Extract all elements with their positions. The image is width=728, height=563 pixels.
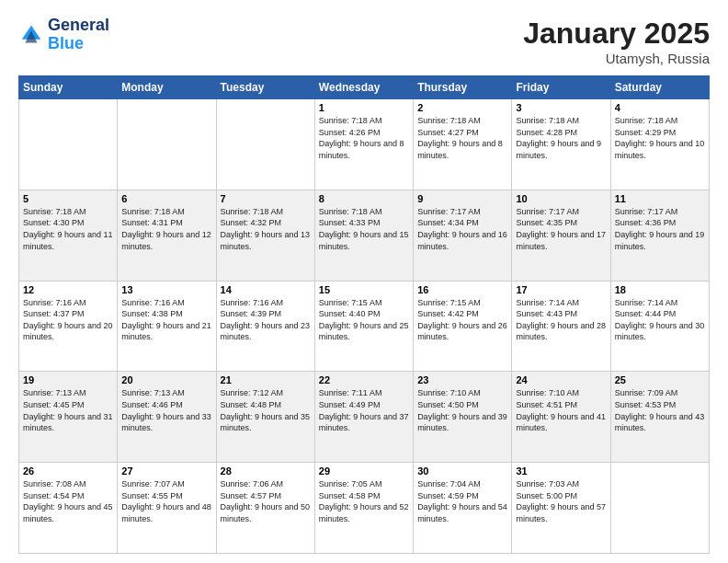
calendar-cell: 15Sunrise: 7:15 AMSunset: 4:40 PMDayligh…	[314, 281, 413, 372]
cell-info: Sunrise: 7:18 AMSunset: 4:31 PMDaylight:…	[121, 206, 211, 252]
cell-info: Sunrise: 7:13 AMSunset: 4:46 PMDaylight:…	[121, 387, 211, 433]
cell-day-number: 16	[417, 284, 507, 295]
cell-day-number: 7	[221, 193, 311, 204]
cell-day-number: 14	[221, 284, 311, 295]
cell-day-number: 2	[417, 102, 507, 113]
cell-info: Sunrise: 7:16 AMSunset: 4:37 PMDaylight:…	[23, 297, 113, 343]
day-header-sunday: Sunday	[19, 76, 118, 99]
calendar-cell: 29Sunrise: 7:05 AMSunset: 4:58 PMDayligh…	[314, 463, 413, 554]
calendar-cell: 5Sunrise: 7:18 AMSunset: 4:30 PMDaylight…	[19, 190, 118, 281]
cell-day-number: 1	[319, 102, 409, 113]
page: General Blue January 2025 Utamysh, Russi…	[0, 0, 728, 563]
calendar-cell: 7Sunrise: 7:18 AMSunset: 4:32 PMDaylight…	[216, 190, 314, 281]
cell-info: Sunrise: 7:17 AMSunset: 4:34 PMDaylight:…	[417, 206, 507, 252]
logo: General Blue	[18, 17, 109, 53]
cell-info: Sunrise: 7:10 AMSunset: 4:50 PMDaylight:…	[417, 387, 507, 433]
calendar-header-row: SundayMondayTuesdayWednesdayThursdayFrid…	[19, 76, 710, 99]
cell-info: Sunrise: 7:09 AMSunset: 4:53 PMDaylight:…	[615, 387, 705, 433]
cell-info: Sunrise: 7:18 AMSunset: 4:29 PMDaylight:…	[615, 115, 705, 161]
cell-info: Sunrise: 7:16 AMSunset: 4:38 PMDaylight:…	[121, 297, 211, 343]
cell-day-number: 20	[121, 374, 211, 385]
cell-info: Sunrise: 7:16 AMSunset: 4:39 PMDaylight:…	[221, 297, 311, 343]
location: Utamysh, Russia	[523, 51, 710, 66]
calendar-cell: 30Sunrise: 7:04 AMSunset: 4:59 PMDayligh…	[414, 463, 512, 554]
cell-info: Sunrise: 7:18 AMSunset: 4:33 PMDaylight:…	[319, 206, 409, 252]
calendar-cell: 12Sunrise: 7:16 AMSunset: 4:37 PMDayligh…	[19, 281, 118, 372]
cell-day-number: 30	[417, 465, 507, 477]
cell-info: Sunrise: 7:08 AMSunset: 4:54 PMDaylight:…	[23, 478, 113, 524]
cell-day-number: 29	[319, 465, 409, 477]
calendar-cell: 31Sunrise: 7:03 AMSunset: 5:00 PMDayligh…	[512, 463, 610, 554]
cell-info: Sunrise: 7:14 AMSunset: 4:43 PMDaylight:…	[516, 297, 606, 343]
cell-info: Sunrise: 7:04 AMSunset: 4:59 PMDaylight:…	[417, 478, 507, 524]
cell-day-number: 25	[615, 374, 705, 385]
cell-info: Sunrise: 7:18 AMSunset: 4:26 PMDaylight:…	[319, 115, 409, 161]
header: General Blue January 2025 Utamysh, Russi…	[18, 17, 710, 66]
cell-day-number: 10	[516, 193, 606, 204]
calendar-table: SundayMondayTuesdayWednesdayThursdayFrid…	[18, 75, 710, 554]
calendar-cell: 24Sunrise: 7:10 AMSunset: 4:51 PMDayligh…	[512, 372, 610, 463]
calendar-cell: 10Sunrise: 7:17 AMSunset: 4:35 PMDayligh…	[512, 190, 610, 281]
cell-day-number: 8	[319, 193, 409, 204]
calendar-cell: 1Sunrise: 7:18 AMSunset: 4:26 PMDaylight…	[314, 99, 413, 190]
cell-info: Sunrise: 7:15 AMSunset: 4:40 PMDaylight:…	[319, 297, 409, 343]
calendar-cell: 16Sunrise: 7:15 AMSunset: 4:42 PMDayligh…	[414, 281, 512, 372]
cell-info: Sunrise: 7:10 AMSunset: 4:51 PMDaylight:…	[516, 387, 606, 433]
cell-day-number: 28	[221, 465, 311, 477]
calendar-cell	[19, 99, 118, 190]
cell-day-number: 31	[516, 465, 606, 477]
day-header-tuesday: Tuesday	[216, 76, 314, 99]
calendar-cell: 25Sunrise: 7:09 AMSunset: 4:53 PMDayligh…	[610, 372, 709, 463]
calendar-cell: 28Sunrise: 7:06 AMSunset: 4:57 PMDayligh…	[216, 463, 314, 554]
cell-day-number: 6	[121, 193, 211, 204]
cell-info: Sunrise: 7:11 AMSunset: 4:49 PMDaylight:…	[319, 387, 409, 433]
cell-info: Sunrise: 7:15 AMSunset: 4:42 PMDaylight:…	[417, 297, 507, 343]
calendar-cell: 4Sunrise: 7:18 AMSunset: 4:29 PMDaylight…	[610, 99, 709, 190]
cell-day-number: 22	[319, 374, 409, 385]
cell-info: Sunrise: 7:18 AMSunset: 4:28 PMDaylight:…	[516, 115, 606, 161]
day-header-monday: Monday	[118, 76, 216, 99]
calendar-cell: 23Sunrise: 7:10 AMSunset: 4:50 PMDayligh…	[414, 372, 512, 463]
cell-day-number: 3	[516, 102, 606, 113]
cell-day-number: 15	[319, 284, 409, 295]
logo-icon	[18, 22, 44, 48]
cell-info: Sunrise: 7:18 AMSunset: 4:27 PMDaylight:…	[417, 115, 507, 161]
cell-day-number: 11	[615, 193, 705, 204]
cell-info: Sunrise: 7:14 AMSunset: 4:44 PMDaylight:…	[615, 297, 705, 343]
cell-day-number: 24	[516, 374, 606, 385]
calendar-cell: 17Sunrise: 7:14 AMSunset: 4:43 PMDayligh…	[512, 281, 610, 372]
calendar-cell: 8Sunrise: 7:18 AMSunset: 4:33 PMDaylight…	[314, 190, 413, 281]
cell-day-number: 5	[23, 193, 113, 204]
cell-info: Sunrise: 7:18 AMSunset: 4:32 PMDaylight:…	[221, 206, 311, 252]
calendar-cell	[216, 99, 314, 190]
cell-info: Sunrise: 7:18 AMSunset: 4:30 PMDaylight:…	[23, 206, 113, 252]
month-title: January 2025	[523, 17, 710, 51]
day-header-thursday: Thursday	[414, 76, 512, 99]
title-block: January 2025 Utamysh, Russia	[523, 17, 710, 66]
cell-info: Sunrise: 7:07 AMSunset: 4:55 PMDaylight:…	[121, 478, 211, 524]
day-header-saturday: Saturday	[610, 76, 709, 99]
calendar-cell	[118, 99, 216, 190]
calendar-cell: 20Sunrise: 7:13 AMSunset: 4:46 PMDayligh…	[118, 372, 216, 463]
calendar-cell: 21Sunrise: 7:12 AMSunset: 4:48 PMDayligh…	[216, 372, 314, 463]
cell-day-number: 17	[516, 284, 606, 295]
cell-info: Sunrise: 7:12 AMSunset: 4:48 PMDaylight:…	[221, 387, 311, 433]
calendar-cell: 3Sunrise: 7:18 AMSunset: 4:28 PMDaylight…	[512, 99, 610, 190]
cell-info: Sunrise: 7:05 AMSunset: 4:58 PMDaylight:…	[319, 478, 409, 524]
calendar-cell: 11Sunrise: 7:17 AMSunset: 4:36 PMDayligh…	[610, 190, 709, 281]
cell-day-number: 9	[417, 193, 507, 204]
cell-day-number: 12	[23, 284, 113, 295]
cell-info: Sunrise: 7:17 AMSunset: 4:35 PMDaylight:…	[516, 206, 606, 252]
day-header-wednesday: Wednesday	[314, 76, 413, 99]
calendar-cell: 14Sunrise: 7:16 AMSunset: 4:39 PMDayligh…	[216, 281, 314, 372]
calendar-cell: 26Sunrise: 7:08 AMSunset: 4:54 PMDayligh…	[19, 463, 118, 554]
calendar-cell: 9Sunrise: 7:17 AMSunset: 4:34 PMDaylight…	[414, 190, 512, 281]
calendar-cell	[610, 463, 709, 554]
calendar-cell: 22Sunrise: 7:11 AMSunset: 4:49 PMDayligh…	[314, 372, 413, 463]
cell-day-number: 18	[615, 284, 705, 295]
day-header-friday: Friday	[512, 76, 610, 99]
calendar-cell: 2Sunrise: 7:18 AMSunset: 4:27 PMDaylight…	[414, 99, 512, 190]
cell-day-number: 19	[23, 374, 113, 385]
cell-info: Sunrise: 7:06 AMSunset: 4:57 PMDaylight:…	[221, 478, 311, 524]
cell-day-number: 26	[23, 465, 113, 477]
